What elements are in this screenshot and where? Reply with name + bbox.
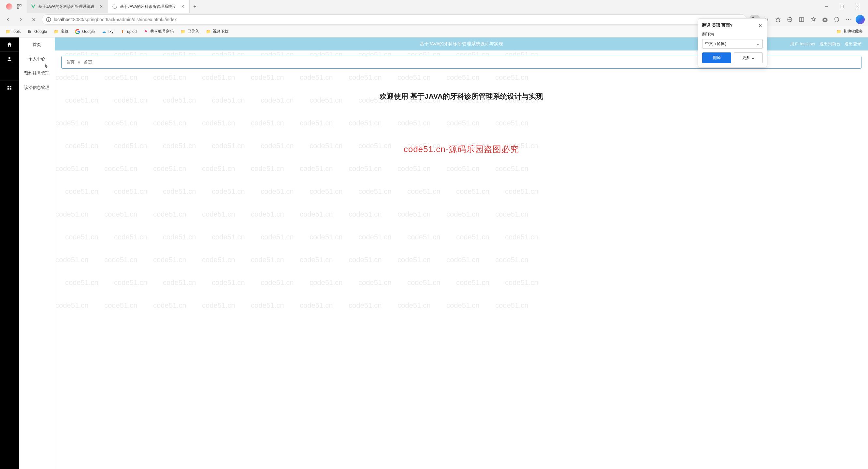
bookmark-label: Google [82,29,95,34]
bookmark-item[interactable]: ⬆uplod [117,28,139,35]
bookmark-item[interactable]: ☁txy [99,28,116,35]
favicon-loading-icon [112,4,117,9]
bookmark-item[interactable]: 📁视频下载 [203,27,231,35]
svg-rect-0 [17,5,19,6]
popup-title: 翻译 英语 页面? [702,23,733,28]
chevron-down-icon: ⌄ [751,56,754,60]
minimize-button[interactable] [819,1,834,12]
browser-tab-active[interactable]: 基于JAVA的牙科诊所管理系统设 ✕ [108,0,190,13]
bookmark-item[interactable]: Google [72,28,97,35]
sidebar-user-icon[interactable] [0,52,19,66]
favorite-icon[interactable] [773,14,783,25]
svg-point-20 [850,19,850,20]
svg-rect-22 [7,86,9,87]
sidebar-grid-icon[interactable] [0,81,19,95]
select-value: 中文（简体） [705,41,728,46]
main-area: 基于JAVA的牙科诊所管理系统设计与实现 用户 testUser 退出到前台 退… [55,37,868,469]
svg-rect-1 [20,5,21,6]
tab-title: 基于JAVA的牙科诊所管理系统设 [38,4,96,9]
bookmark-item[interactable]: 📁已导入 [178,27,202,35]
svg-rect-2 [17,7,19,8]
more-button[interactable]: 更多⌄ [734,53,763,63]
collections-icon[interactable] [784,14,795,25]
share-icon: ⚑ [143,29,148,34]
maximize-button[interactable] [835,1,850,12]
bookmark-item[interactable]: ⚑共享账号密码 [141,27,176,35]
browser-tab[interactable]: 基于JAVA的牙科诊所管理系统设 ✕ [27,0,108,13]
sidebar-item-profile[interactable]: 个人中心 [19,52,55,66]
copilot-icon[interactable] [855,14,865,25]
stop-reload-button[interactable] [29,14,39,25]
title-bar: 基于JAVA的牙科诊所管理系统设 ✕ 基于JAVA的牙科诊所管理系统设 ✕ + [0,0,868,13]
chevron-down-icon: ⌄ [756,42,760,46]
close-icon[interactable]: ✕ [180,4,185,9]
favicon-vue-icon [31,4,36,9]
cloud-icon: ☁ [101,29,106,34]
bookmark-label: 已导入 [187,29,199,34]
sidebar-home-icon[interactable] [0,37,19,52]
menu-icon[interactable] [843,14,854,25]
bookmark-label: txy [108,29,114,34]
bookmark-label: 其他收藏夹 [843,29,863,34]
breadcrumb-first[interactable]: 首页 [66,59,74,65]
folder-icon: 📁 [180,29,185,34]
tab-overview-icon[interactable] [16,3,23,10]
translate-popup: 翻译 英语 页面? ✕ 翻译为 中文（简体） ⌄ 翻译 更多⌄ [698,18,767,67]
favorites-bar-icon[interactable] [808,14,818,25]
folder-icon: 📁 [206,29,211,34]
watermark-center-text: code51.cn-源码乐园盗图必究 [55,144,868,155]
svg-point-3 [113,5,117,8]
bookmark-label: 视频下载 [213,29,228,34]
folder-icon: 📁 [54,29,59,34]
bookmark-item[interactable]: 📁tools [3,28,23,35]
language-select[interactable]: 中文（简体） ⌄ [702,39,763,49]
extension-shield-icon[interactable] [832,14,842,25]
banner-right: 用户 testUser 退出到前台 退出登录 [790,41,862,47]
logout-link[interactable]: 退出登录 [844,41,862,47]
google-icon [75,29,80,34]
new-tab-button[interactable]: + [190,0,200,13]
back-button[interactable] [3,14,13,25]
svg-rect-23 [10,86,11,87]
forward-button[interactable] [16,14,26,25]
extensions-icon[interactable] [820,14,830,25]
breadcrumb-second[interactable]: 首页 [84,59,92,65]
svg-point-12 [49,20,49,21]
close-icon[interactable]: ✕ [99,4,104,9]
bookmark-label: 共享账号密码 [150,29,174,34]
breadcrumb-separator-icon: ≡ [78,60,81,65]
bookmark-item[interactable]: 📁宝藏 [51,27,71,35]
close-icon[interactable]: ✕ [757,23,763,28]
popup-label: 翻译为 [702,32,763,37]
sidebar-icon-rail [0,37,19,469]
svg-rect-5 [841,5,844,8]
sidebar-item-appointment[interactable]: 预约挂号管理 [19,66,55,81]
folder-icon: 📁 [5,29,10,34]
bookmark-item[interactable]: 🗎Google [25,28,50,35]
svg-point-18 [846,19,847,20]
sidebar-item-treatment[interactable]: 诊治信息管理 [19,81,55,95]
exit-front-link[interactable]: 退出到前台 [819,41,841,47]
svg-rect-24 [7,88,9,90]
url-input[interactable]: localhost:8080/springboot6ack5/admin/dis… [42,14,747,25]
sidebar-item-home[interactable]: 首页 [19,37,55,52]
bookmark-label: Google [34,29,47,34]
folder-icon: 📁 [836,29,841,34]
other-bookmarks[interactable]: 📁其他收藏夹 [834,27,865,35]
svg-point-19 [848,19,849,20]
site-info-icon[interactable] [46,17,51,22]
user-label[interactable]: 用户 testUser [790,41,815,47]
split-screen-icon[interactable] [796,14,807,25]
translate-button[interactable]: 翻译 [702,53,731,63]
bookmark-label: 宝藏 [61,29,68,34]
bookmark-label: tools [12,29,21,34]
profile-avatar[interactable] [6,3,12,10]
welcome-heading: 欢迎使用 基于JAVA的牙科诊所管理系统设计与实现 [55,92,868,101]
page-content: code51.cncode51.cncode51.cncode51.cncode… [0,37,868,469]
close-window-button[interactable] [850,1,865,12]
banner-title: 基于JAVA的牙科诊所管理系统设计与实现 [420,41,503,47]
svg-rect-25 [10,88,11,90]
sidebar-spacer [0,66,19,81]
page-icon: 🗎 [27,29,32,34]
tab-title: 基于JAVA的牙科诊所管理系统设 [120,4,178,9]
